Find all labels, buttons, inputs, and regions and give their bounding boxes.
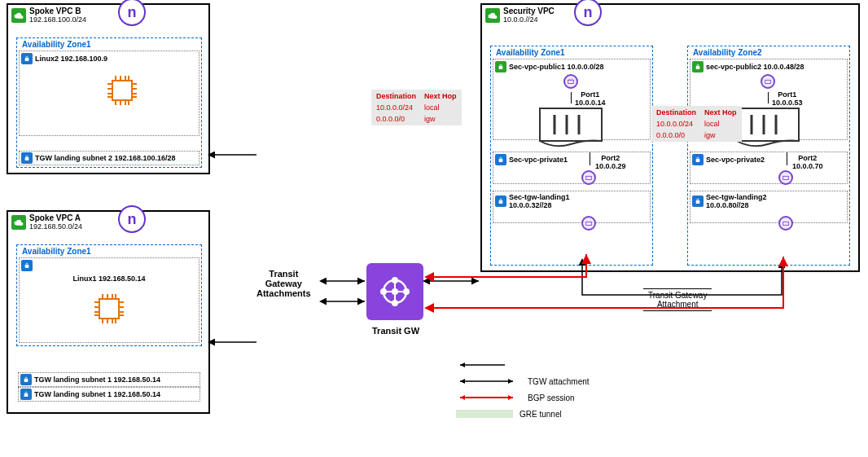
security-header: Security VPC 10.0.0.//24 [482,5,858,25]
spoke-b-title: Spoke VPC B [29,7,86,15]
az-label: Availability Zone2 [690,48,848,57]
port2-label: Port210.0.0.29 [595,154,626,170]
spoke-a-tgw-subnet2: TGW landing subnet 1 192.168.50.14 [18,387,200,402]
lock-icon [21,53,33,64]
tga-label: Transit Gateway Attachments [256,269,311,298]
security-az1: Availability Zone1 Sec-vpc-public1 10.0.… [490,46,653,266]
n-badge-icon: n [118,205,146,233]
security-az2: Availability Zone2 sec-vpc-public2 10.0.… [687,46,850,266]
sec-landing1: Sec-tgw-landing1 10.0.0.32//28 [493,191,651,223]
sec-private2-label: Sec-vpc-private2 [706,156,765,164]
svg-rect-58 [783,176,789,179]
sec-public1-label: Sec-vpc-public1 10.0.0.0/28 [509,63,604,71]
rt-row: 10.0.0.0/24 [373,103,419,112]
nic-icon [581,216,596,231]
az-label: Availability Zone1 [19,40,199,49]
spoke-b-header: Spoke VPC B 192.168.100.0/24 [8,5,208,25]
nic-icon [778,170,793,185]
svg-point-35 [392,288,398,295]
cpu-icon [103,71,142,110]
port1-label: Port110.0.0.53 [772,90,803,107]
rt-row: 10.0.0.0/24 [653,119,699,129]
spoke-b-tgw-subnet: TGW landing subnet 2 192.168.100.16/28 [19,151,199,165]
spoke-a-header: Spoke VPC A 192.168.50.0/24 [8,212,208,232]
rt-dest-header: Destination [653,108,699,117]
lock-icon [692,154,704,165]
svg-point-36 [392,277,398,283]
svg-rect-52 [586,222,592,225]
svg-rect-0 [112,81,132,100]
lock-icon [20,389,32,400]
security-title: Security VPC [503,7,555,15]
sec-landing2-label: Sec-tgw-landing2 [706,193,767,201]
transit-gateway-icon [366,263,423,320]
firewall-icon [538,107,603,152]
spoke-vpc-a: Spoke VPC A 192.168.50.0/24 Availability… [7,210,210,414]
spoke-a-cidr: 192.168.50.0/24 [29,222,82,231]
svg-rect-47 [540,108,602,141]
az-label: Availability Zone1 [19,247,199,256]
spoke-a-az1: Availability Zone1 Linux1 192.168.50.14 [16,244,202,346]
lock-icon [692,196,704,207]
spoke-a-tgw-subnet1: TGW landing subnet 1 192.168.50.14 [18,372,200,387]
nic-icon [563,74,578,89]
spoke-a-linux-subnet: Linux1 192.168.50.14 [19,257,199,343]
legend-label: GRE tunnel [519,410,562,419]
legend-row-tgw: TGW attachment [456,375,590,388]
legend-label: BGP session [528,393,575,402]
port2-label: Port210.0.0.70 [792,154,823,170]
svg-rect-51 [586,176,592,179]
cpu-icon [90,289,129,328]
lock-icon [495,61,506,73]
lock-icon [21,260,33,271]
rt-row: 0.0.0.0/0 [373,114,419,124]
rt-next-header: Next Hop [421,91,460,101]
security-cidr: 10.0.0.//24 [503,15,555,24]
spoke-a-title: Spoke VPC A [29,213,82,222]
legend-row [456,358,590,371]
spoke-b-az1: Availability Zone1 Linux2 192.168.100.9 … [16,37,202,168]
legend: TGW attachment BGP session GRE tunnel [456,358,590,424]
rt-dest-header: Destination [373,91,419,101]
az-label: Availability Zone1 [493,48,651,57]
lock-icon [495,196,506,207]
rt-row: 0.0.0.0/0 [653,130,699,140]
svg-rect-54 [737,108,799,141]
spoke-vpc-b: Spoke VPC B 192.168.100.0/24 Availabilit… [7,3,210,174]
port1-label: Port110.0.0.14 [575,90,606,107]
svg-rect-17 [99,299,119,319]
sec-public1: Sec-vpc-public1 10.0.0.0/28 Port110.0.0.… [493,59,651,140]
tga2-label: Transit Gateway Attachment [643,288,712,311]
sec-landing1-label: Sec-tgw-landing1 [509,193,570,201]
tgw-label: Transit GW [372,326,419,336]
legend-row-gre: GRE tunnel [456,407,590,420]
lock-icon [20,374,32,385]
sec-private1-label: Sec-vpc-private1 [509,156,568,164]
sec-private1: Sec-vpc-private1 Port210.0.0.29 [493,152,651,184]
legend-label: TGW attachment [528,377,590,386]
sec-public2-label: sec-vpc-public2 10.0.0.48/28 [706,63,804,71]
svg-rect-53 [765,80,771,83]
svg-rect-44 [568,80,574,83]
sec-landing1-cidr: 10.0.0.32//28 [509,201,570,209]
svg-point-37 [392,300,398,306]
legend-row-bgp: BGP session [456,391,590,404]
spoke-b-linux-subnet: Linux2 192.168.100.9 [19,51,199,136]
linux-label: Linux1 192.168.50.14 [21,275,197,283]
lock-icon [21,152,33,164]
tgw-subnet-label: TGW landing subnet 1 192.168.50.14 [34,390,160,398]
lock-icon [692,61,704,73]
rt-next-header: Next Hop [701,108,740,117]
vpc-icon [11,8,26,23]
vpc-icon [485,8,500,23]
tgw-subnet-label: TGW landing subnet 2 192.168.100.16/28 [35,154,176,162]
svg-point-39 [403,288,410,295]
linux-label: Linux2 192.168.100.9 [35,55,107,63]
route-table-1: DestinationNext Hop 10.0.0.0/24local 0.0… [371,90,462,125]
sec-landing2-cidr: 10.0.0.80//28 [706,201,767,209]
firewall-icon [735,107,800,152]
svg-point-38 [380,288,387,295]
nic-icon [778,216,793,231]
sec-landing2: Sec-tgw-landing2 10.0.0.80//28 [690,191,848,223]
tgw-subnet-label: TGW landing subnet 1 192.168.50.14 [34,376,160,384]
